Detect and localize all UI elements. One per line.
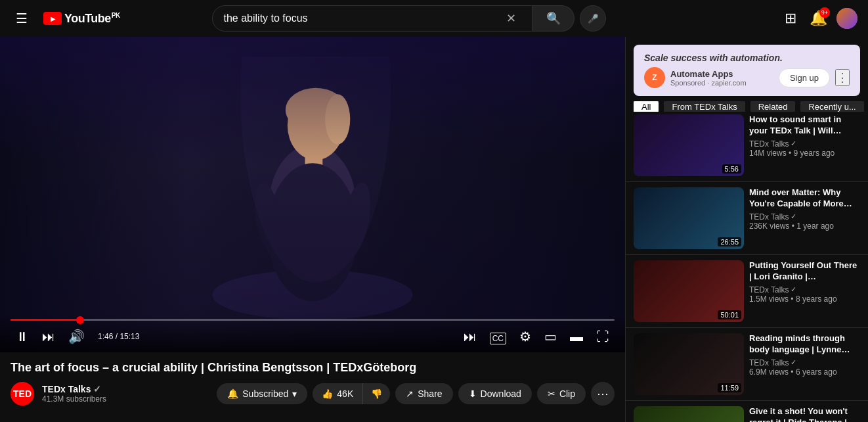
download-button[interactable]: ⬇ Download bbox=[458, 383, 532, 404]
clip-button[interactable]: ✂ Clip bbox=[537, 383, 586, 404]
ad-row: Z Automate Apps Sponsored · zapier.com S… bbox=[644, 67, 850, 88]
list-item[interactable]: 5:56 How to sound smart in your TEDx Tal… bbox=[626, 112, 868, 179]
ad-logo: Z bbox=[644, 67, 665, 88]
list-item[interactable]: 26:55 Mind over Matter: Why You're Capab… bbox=[626, 185, 868, 252]
clip-icon: ✂ bbox=[548, 388, 555, 399]
list-item[interactable]: 16:19 Give it a shot! You won't regret i… bbox=[626, 404, 868, 422]
rec-info: Mind over Matter: Why You're Capable of … bbox=[749, 187, 860, 249]
controls-row: ⏸ ⏭ 🔊 1:46 / 15:13 ⏭ CC ⚙ ▭ bbox=[11, 326, 615, 347]
filter-all[interactable]: All bbox=[634, 101, 659, 112]
rec-views: 14M views • 9 years ago bbox=[749, 149, 860, 158]
more-actions-button[interactable]: ⋯ bbox=[591, 382, 615, 406]
progress-bar[interactable] bbox=[11, 319, 615, 321]
video-player[interactable] bbox=[0, 37, 625, 352]
settings-button[interactable]: ⚙ bbox=[514, 326, 536, 347]
ad-signup-button[interactable]: Sign up bbox=[779, 68, 830, 87]
rec-thumbnail: 26:55 bbox=[634, 187, 744, 249]
theater-mode-button[interactable]: ▬ bbox=[565, 327, 588, 347]
filter-tabs: All From TEDx Talks Related Recently u..… bbox=[626, 101, 868, 112]
create-button[interactable]: ⊞ bbox=[781, 6, 800, 31]
next-button[interactable]: ⏭ bbox=[37, 327, 60, 347]
rec-channel: TEDx Talks ✓ bbox=[749, 139, 860, 149]
play-pause-button[interactable]: ⏸ bbox=[11, 327, 34, 347]
ad-title: Scale success with automation. bbox=[644, 53, 850, 63]
filter-related[interactable]: Related bbox=[750, 101, 796, 112]
video-title: The art of focus – a crucial ability | C… bbox=[11, 360, 615, 375]
rec-thumbnail: 50:01 bbox=[634, 260, 744, 322]
youtube-logo[interactable]: YouTubePK bbox=[43, 12, 120, 26]
verified-badge: ✓ bbox=[791, 212, 796, 221]
rec-info: Give it a shot! You won't regret it | Ri… bbox=[749, 406, 860, 422]
main-content: ⏸ ⏭ 🔊 1:46 / 15:13 ⏭ CC ⚙ ▭ bbox=[0, 37, 868, 422]
search-button[interactable]: 🔍 bbox=[532, 5, 575, 32]
channel-logo[interactable]: TED bbox=[11, 382, 34, 406]
rec-info: Reading minds through body language | Ly… bbox=[749, 333, 860, 395]
video-section: ⏸ ⏭ 🔊 1:46 / 15:13 ⏭ CC ⚙ ▭ bbox=[0, 37, 625, 422]
rec-duration: 5:56 bbox=[722, 164, 741, 174]
header: ☰ YouTubePK ✕ 🔍 🎤 ⊞ 🔔 9+ bbox=[0, 0, 868, 37]
action-buttons: 🔔 Subscribed ▾ 👍 46K 👎 ↗ Share bbox=[217, 382, 615, 406]
list-item[interactable]: 50:01 Putting Yourself Out There | Lori … bbox=[626, 258, 868, 325]
controls-right: ⏭ CC ⚙ ▭ ▬ ⛶ bbox=[458, 326, 615, 347]
like-icon: 👍 bbox=[322, 388, 333, 399]
search-input-wrap: ✕ bbox=[212, 5, 532, 32]
channel-info: TEDx Talks ✓ 41.3M subscribers bbox=[42, 384, 209, 404]
subscribe-button[interactable]: 🔔 Subscribed ▾ bbox=[217, 383, 307, 404]
filter-tedx[interactable]: From TEDx Talks bbox=[664, 101, 745, 112]
avatar-image bbox=[836, 8, 857, 29]
dislike-button[interactable]: 👎 bbox=[363, 383, 390, 404]
filter-recent[interactable]: Recently u... bbox=[800, 101, 863, 112]
header-left: ☰ YouTubePK bbox=[11, 5, 120, 32]
time-display: 1:46 / 15:13 bbox=[98, 332, 139, 341]
divider bbox=[626, 400, 868, 401]
fullscreen-button[interactable]: ⛶ bbox=[591, 327, 615, 347]
svg-point-9 bbox=[240, 57, 391, 283]
rec-views: 236K views • 1 year ago bbox=[749, 222, 860, 231]
share-button[interactable]: ↗ Share bbox=[395, 383, 452, 404]
chevron-down-icon: ▾ bbox=[292, 388, 297, 399]
ad-meta: Sponsored · zapier.com bbox=[670, 79, 773, 87]
search-input[interactable] bbox=[223, 12, 501, 24]
sidebar: Scale success with automation. Z Automat… bbox=[625, 37, 868, 422]
verified-badge: ✓ bbox=[791, 285, 796, 294]
rec-title: Reading minds through body language | Ly… bbox=[749, 333, 860, 356]
rec-info: Putting Yourself Out There | Lori Granit… bbox=[749, 260, 860, 322]
like-button[interactable]: 👍 46K bbox=[313, 383, 363, 404]
ad-more-button[interactable]: ⋮ bbox=[835, 69, 850, 86]
verified-badge: ✓ bbox=[791, 139, 796, 148]
menu-button[interactable]: ☰ bbox=[11, 5, 33, 32]
autoplay-toggle[interactable]: ⏭ bbox=[458, 327, 482, 347]
speaker-silhouette bbox=[201, 57, 424, 333]
volume-button[interactable]: 🔊 bbox=[63, 326, 90, 347]
voice-search-button[interactable]: 🎤 bbox=[580, 5, 606, 32]
rec-duration: 26:55 bbox=[718, 237, 741, 246]
youtube-icon bbox=[43, 12, 62, 25]
recommendations-list: 5:56 How to sound smart in your TEDx Tal… bbox=[626, 112, 868, 422]
rec-title: Give it a shot! You won't regret it | Ri… bbox=[749, 406, 860, 422]
video-thumbnail bbox=[0, 37, 625, 352]
notification-badge: 9+ bbox=[819, 7, 830, 18]
header-right: ⊞ 🔔 9+ bbox=[781, 6, 857, 31]
rec-channel: TEDx Talks ✓ bbox=[749, 285, 860, 294]
rec-title: Putting Yourself Out There | Lori Granit… bbox=[749, 260, 860, 283]
channel-row: TED TEDx Talks ✓ 41.3M subscribers 🔔 Sub… bbox=[11, 382, 615, 406]
ad-company-name: Automate Apps bbox=[670, 69, 773, 79]
progress-fill bbox=[11, 319, 81, 321]
rec-channel: TEDx Talks ✓ bbox=[749, 358, 860, 367]
rec-duration: 50:01 bbox=[718, 310, 741, 319]
notifications-button[interactable]: 🔔 9+ bbox=[806, 6, 831, 31]
volume-control: 🔊 bbox=[63, 326, 90, 347]
avatar[interactable] bbox=[836, 8, 857, 29]
video-controls: ⏸ ⏭ 🔊 1:46 / 15:13 ⏭ CC ⚙ ▭ bbox=[0, 314, 625, 352]
channel-name[interactable]: TEDx Talks ✓ bbox=[42, 384, 209, 394]
verified-badge: ✓ bbox=[791, 358, 796, 367]
download-icon: ⬇ bbox=[469, 388, 477, 399]
divider bbox=[626, 181, 868, 182]
subscriber-count: 41.3M subscribers bbox=[42, 394, 209, 404]
rec-title: How to sound smart in your TEDx Talk | W… bbox=[749, 114, 860, 137]
list-item[interactable]: 11:59 Reading minds through body languag… bbox=[626, 331, 868, 398]
clear-search-button[interactable]: ✕ bbox=[501, 11, 521, 26]
ad-banner[interactable]: Scale success with automation. Z Automat… bbox=[634, 45, 860, 96]
miniplayer-button[interactable]: ▭ bbox=[539, 326, 562, 347]
subtitles-button[interactable]: CC bbox=[485, 327, 511, 347]
